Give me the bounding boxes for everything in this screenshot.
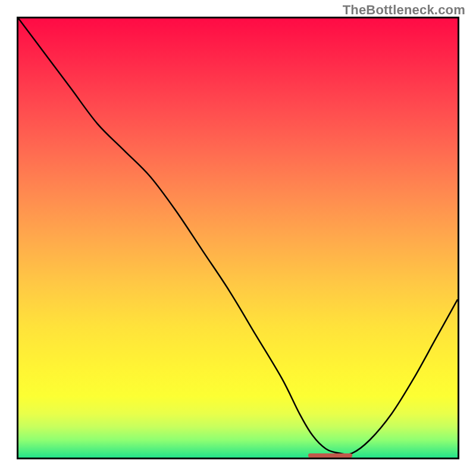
curve-line (18, 18, 458, 455)
plot-frame (17, 17, 459, 459)
watermark-label: TheBottleneck.com (343, 2, 465, 18)
optimal-range-marker (308, 453, 352, 458)
bottleneck-curve (18, 18, 458, 458)
chart-container: TheBottleneck.com (0, 0, 476, 476)
